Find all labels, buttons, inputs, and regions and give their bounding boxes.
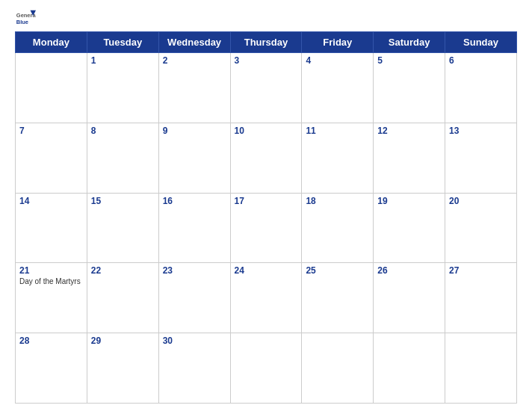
calendar-week-row: 21Day of the Martyrs222324252627 [16, 263, 517, 333]
weekday-header-thursday: Thursday [230, 32, 302, 53]
holiday-label: Day of the Martyrs [19, 277, 83, 285]
day-number: 13 [449, 126, 513, 136]
weekday-header-sunday: Sunday [445, 32, 517, 53]
calendar-cell: 30 [158, 333, 230, 404]
calendar-cell [374, 333, 445, 404]
day-number: 9 [163, 126, 226, 136]
weekday-header-row: MondayTuesdayWednesdayThursdayFridaySatu… [16, 32, 517, 53]
logo: General Blue [15, 7, 39, 28]
day-number: 19 [377, 196, 441, 206]
weekday-header-tuesday: Tuesday [87, 32, 158, 53]
weekday-header-wednesday: Wednesday [158, 32, 230, 53]
calendar-cell: 12 [374, 123, 445, 193]
day-number: 1 [91, 55, 155, 66]
day-number: 29 [91, 336, 155, 346]
calendar-table: MondayTuesdayWednesdayThursdayFridaySatu… [15, 31, 517, 404]
day-number: 24 [235, 265, 298, 276]
day-number: 7 [19, 126, 83, 136]
calendar-week-row: 123456 [16, 53, 517, 123]
calendar-cell: 8 [87, 123, 158, 193]
day-number: 26 [377, 265, 441, 276]
calendar-cell: 26 [374, 263, 445, 333]
calendar-cell: 16 [158, 193, 230, 263]
day-number: 17 [235, 196, 298, 206]
calendar-cell: 25 [302, 263, 374, 333]
day-number: 12 [377, 126, 441, 136]
weekday-header-saturday: Saturday [374, 32, 445, 53]
calendar-cell: 27 [445, 263, 517, 333]
day-number: 14 [19, 196, 83, 206]
calendar-week-row: 14151617181920 [16, 193, 517, 263]
weekday-header-friday: Friday [302, 32, 374, 53]
calendar-cell: 14 [16, 193, 87, 263]
day-number: 25 [306, 265, 369, 276]
logo-icon: General Blue [15, 7, 36, 28]
calendar-cell: 20 [445, 193, 517, 263]
calendar-cell: 24 [230, 263, 302, 333]
day-number: 28 [19, 336, 83, 346]
calendar-cell: 13 [445, 123, 517, 193]
calendar-cell: 6 [445, 53, 517, 123]
calendar-week-row: 282930 [16, 333, 517, 404]
day-number: 21 [19, 265, 83, 276]
calendar-cell: 10 [230, 123, 302, 193]
day-number: 11 [306, 126, 369, 136]
calendar-cell: 19 [374, 193, 445, 263]
calendar-cell: 5 [374, 53, 445, 123]
calendar-cell: 1 [87, 53, 158, 123]
svg-text:Blue: Blue [16, 19, 28, 25]
calendar-cell: 11 [302, 123, 374, 193]
day-number: 2 [163, 55, 226, 66]
calendar-cell: 22 [87, 263, 158, 333]
calendar-cell: 17 [230, 193, 302, 263]
calendar-cell: 29 [87, 333, 158, 404]
calendar-cell [16, 53, 87, 123]
day-number: 22 [91, 265, 155, 276]
calendar-cell: 3 [230, 53, 302, 123]
calendar-cell: 7 [16, 123, 87, 193]
calendar-cell: 9 [158, 123, 230, 193]
calendar-cell: 23 [158, 263, 230, 333]
calendar-cell [445, 333, 517, 404]
calendar-cell: 28 [16, 333, 87, 404]
day-number: 27 [449, 265, 513, 276]
day-number: 3 [235, 55, 298, 66]
calendar-cell: 15 [87, 193, 158, 263]
calendar-cell [302, 333, 374, 404]
calendar-header: General Blue [15, 7, 517, 28]
day-number: 18 [306, 196, 369, 206]
day-number: 8 [91, 126, 155, 136]
calendar-cell: 18 [302, 193, 374, 263]
calendar-cell [230, 333, 302, 404]
day-number: 10 [235, 126, 298, 136]
day-number: 20 [449, 196, 513, 206]
day-number: 6 [449, 55, 513, 66]
weekday-header-monday: Monday [16, 32, 87, 53]
day-number: 5 [377, 55, 441, 66]
calendar-cell: 2 [158, 53, 230, 123]
calendar-cell: 21Day of the Martyrs [16, 263, 87, 333]
day-number: 15 [91, 196, 155, 206]
day-number: 23 [163, 265, 226, 276]
calendar-cell: 4 [302, 53, 374, 123]
day-number: 30 [163, 336, 226, 346]
day-number: 16 [163, 196, 226, 206]
day-number: 4 [306, 55, 369, 66]
calendar-week-row: 78910111213 [16, 123, 517, 193]
